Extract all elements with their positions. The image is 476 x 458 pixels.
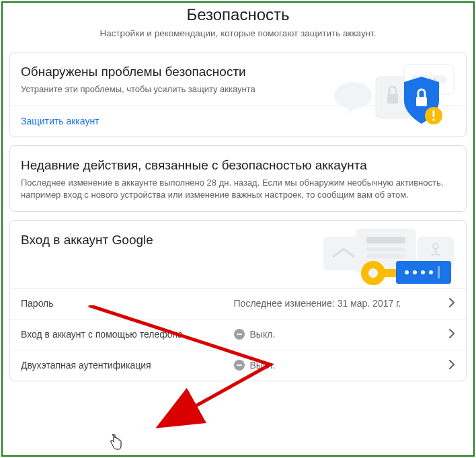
recent-activity-card: Недавние действия, связанные с безопасно… <box>9 145 467 211</box>
page-subtitle: Настройки и рекомендации, которые помога… <box>3 28 473 38</box>
signin-card: Вход в аккаунт Google <box>9 220 467 381</box>
chevron-right-icon <box>448 298 455 309</box>
protect-account-link[interactable]: Защитить аккаунт <box>21 116 100 126</box>
svg-rect-30 <box>438 266 440 278</box>
recent-activity-body: Последнее изменение в аккаунте выполнено… <box>21 177 451 201</box>
row-phone-signin-value: Выкл. <box>250 329 276 340</box>
chevron-right-icon <box>448 360 455 371</box>
security-issues-title: Обнаружены проблемы безопасности <box>21 65 455 79</box>
row-password[interactable]: Пароль Последнее изменение: 31 мар. 2017… <box>10 288 466 319</box>
row-two-step-verification-label: Двухэтапная аутентификация <box>21 360 234 371</box>
row-phone-signin[interactable]: Вход в аккаунт с помощью телефона Выкл. <box>10 319 466 350</box>
off-icon <box>234 329 245 340</box>
chevron-right-icon <box>448 329 455 340</box>
svg-point-22 <box>368 268 378 278</box>
row-password-label: Пароль <box>21 298 234 309</box>
svg-point-29 <box>429 270 433 274</box>
svg-point-0 <box>334 82 372 109</box>
row-two-step-verification-value: Выкл. <box>250 360 276 371</box>
svg-point-27 <box>413 270 417 274</box>
svg-rect-18 <box>366 254 405 258</box>
svg-point-21 <box>361 261 385 285</box>
svg-point-28 <box>421 270 425 274</box>
svg-rect-25 <box>396 261 451 284</box>
svg-point-26 <box>405 270 409 274</box>
signin-title: Вход в аккаунт Google <box>21 233 455 247</box>
cursor-pointer-icon <box>109 434 122 450</box>
svg-rect-17 <box>366 247 405 252</box>
svg-rect-23 <box>383 269 403 277</box>
page-title: Безопасность <box>3 5 473 24</box>
off-icon <box>234 360 245 371</box>
row-phone-signin-label: Вход в аккаунт с помощью телефона <box>21 329 234 340</box>
row-two-step-verification[interactable]: Двухэтапная аутентификация Выкл. <box>10 350 466 381</box>
security-issues-subtitle: Устраните эти проблемы, чтобы усилить за… <box>21 83 317 96</box>
svg-rect-24 <box>396 269 400 281</box>
svg-rect-10 <box>416 97 427 106</box>
recent-activity-title: Недавние действия, связанные с безопасно… <box>21 158 455 173</box>
svg-rect-2 <box>387 94 398 104</box>
security-issues-card: Обнаружены проблемы безопасности Устрани… <box>9 52 467 137</box>
row-password-value: Последнее изменение: 31 мар. 2017 г. <box>234 298 401 309</box>
